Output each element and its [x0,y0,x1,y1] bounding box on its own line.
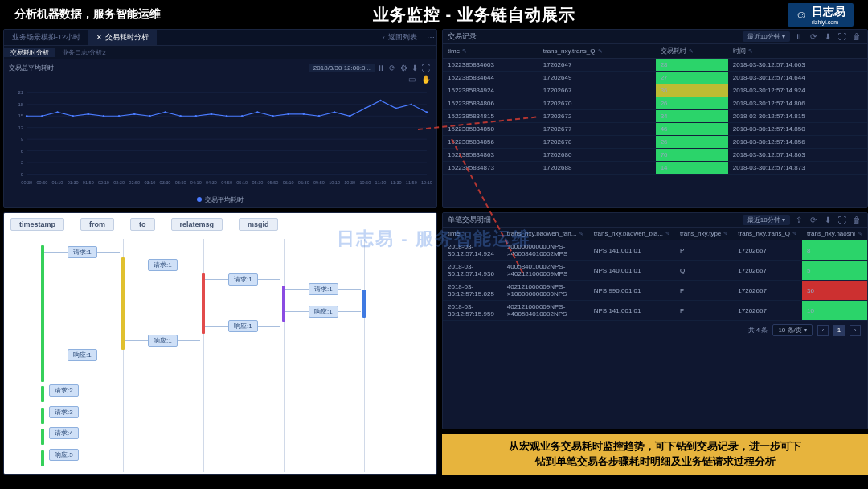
brand-logo[interactable]: ☺ 日志易 rizhiyi.com [788,3,854,27]
table-row[interactable]: 152238583485017202677 462018-03-30:12:57… [443,123,867,136]
records-title: 交易记录 [448,31,477,42]
flow-node[interactable]: 请求:1 [148,259,178,271]
table-row[interactable]: 152238583486317202680 762018-03-30:12:57… [443,149,867,162]
flow-node[interactable]: 响应:5 [49,449,79,461]
col-header[interactable]: time✎ [443,228,502,240]
pager-page[interactable]: 1 [833,325,845,336]
col-header[interactable]: trans_nxy.type✎ [675,228,733,240]
svg-point-26 [179,115,181,117]
col-header[interactable]: 时间✎ [728,44,867,59]
svg-point-16 [26,115,27,117]
pager-size-select[interactable]: 10 条/页 ▾ [772,324,813,336]
flow-node[interactable]: 响应:1 [309,306,338,318]
col-header[interactable]: trans_nxy.trans_Q✎ [733,228,802,240]
refresh-icon[interactable]: ⟳ [387,62,398,73]
download-icon[interactable]: ⬇ [409,62,420,73]
svg-text:18: 18 [18,102,23,107]
subtab-1[interactable]: 交易耗时分析 [4,48,55,57]
chart-tabs: 业务场景模拟-12小时 ✕交易耗时分析 ‹ 返回列表 ⋯ [4,30,436,46]
more-icon[interactable]: ⋯ [425,32,436,43]
line-chart[interactable]: 03691215182100:3000:5001:1001:3001:5002:… [9,83,432,195]
export-icon[interactable]: ⇪ [793,215,805,226]
col-header[interactable]: 交易耗时✎ [656,44,728,59]
tab-scenario[interactable]: 业务场景模拟-12小时 [4,30,88,45]
svg-point-36 [334,111,335,113]
table-row[interactable]: 152238583480617202670 262018-03-30:12:57… [443,97,867,110]
back-link[interactable]: ‹ 返回列表 [375,30,425,45]
records-range[interactable]: 最近10分钟 ▾ [743,31,790,42]
svg-point-31 [256,111,258,113]
table-row[interactable]: 152238583481517202672 342018-03-30:12:57… [443,110,867,123]
svg-point-38 [364,107,366,109]
flow-node[interactable]: 请求:4 [49,427,79,439]
legend-dot-icon [197,197,202,202]
table-row[interactable]: 152238583487317202688 142018-03-30:12:57… [443,162,867,175]
pager-next[interactable]: › [850,325,861,336]
close-icon[interactable]: ✕ [96,34,102,41]
flow-header: from [80,218,114,231]
pause-icon[interactable]: ⏸ [375,62,387,73]
col-header[interactable]: trans_nxy.baowen_fan...✎ [502,228,589,240]
col-header[interactable]: trans_nxy.baowen_bia...✎ [589,228,675,240]
delete-icon[interactable]: 🗑 [851,215,862,226]
page-header: 分析机器数据，服务智能运维 业务监控 - 业务链自动展示 ☺ 日志易 rizhi… [0,0,868,29]
table-row[interactable]: 2018-03-30:12:57:15.025402121000009NPS->… [443,281,867,301]
flow-node[interactable]: 请求:3 [49,406,79,418]
svg-text:05:10: 05:10 [236,180,248,185]
table-row[interactable]: 152238583460317202647 282018-03-30:12:57… [443,59,867,72]
svg-point-30 [241,115,243,117]
svg-text:04:50: 04:50 [221,180,232,185]
chart-legend: 交易平均耗时 [205,196,244,203]
table-row[interactable]: 152238583492417202667 362018-03-30:12:57… [443,84,867,97]
svg-text:06:30: 06:30 [298,180,309,185]
svg-text:01:50: 01:50 [83,180,94,185]
flow-node[interactable]: 请求:1 [228,273,258,286]
flow-diagram[interactable]: timestampfromtorelatemsgmsgid 请求:1请求:1请求… [4,213,436,474]
svg-point-42 [426,111,428,113]
chart-title: 交易总平均耗时 [9,64,54,72]
svg-text:00:30: 00:30 [21,180,32,185]
col-header[interactable]: time✎ [443,44,538,59]
refresh-icon[interactable]: ⟳ [808,31,819,43]
svg-point-34 [303,113,305,115]
col-header[interactable]: trans_nxy.trans_Q✎ [538,44,656,59]
table-row[interactable]: 152238583464417202649 272018-03-30:12:57… [443,72,867,84]
download-icon[interactable]: ⬇ [822,31,833,43]
chart-datetime[interactable]: 2018/3/30 12:00:0... [309,64,375,72]
detail-range[interactable]: 最近10分钟 ▾ [743,215,790,225]
flow-header: to [130,218,155,231]
flow-node[interactable]: 响应:1 [228,320,258,332]
table-row[interactable]: 2018-03-30:12:57:14.924100000000000NPS->… [443,240,867,261]
flow-node[interactable]: 请求:1 [68,246,97,258]
col-header[interactable]: trans_nxy.haoshi✎ [802,228,867,240]
flow-panel-wrap: timestampfromtorelatemsgmsgid 请求:1请求:1请求… [3,212,437,475]
flow-node[interactable]: 请求:1 [309,283,338,295]
brand-sub: rizhiyi.com [812,19,845,25]
fullscreen-icon[interactable]: ⛶ [837,215,848,226]
delete-icon[interactable]: 🗑 [851,31,862,43]
table-row[interactable]: 2018-03-30:12:57:14.936400584010002NPS->… [443,261,867,281]
caption-line-1: 从宏观业务交易耗时监控趋势，可下钻到交易记录，进一步可下 [450,439,860,454]
subtab-2[interactable]: 业务日志/分析2 [55,48,113,57]
page-title: 业务监控 - 业务链自动展示 [161,4,788,26]
pause-icon[interactable]: ⏸ [793,31,805,43]
svg-text:10:10: 10:10 [329,180,340,185]
svg-text:12:10: 12:10 [421,180,432,185]
svg-text:15: 15 [18,113,23,118]
table-row[interactable]: 152238583485617202678 262018-03-30:12:57… [443,136,867,149]
flow-node[interactable]: 请求:2 [49,384,79,397]
caption-line-2: 钻到单笔交易各步骤耗时明细及业务链请求过程分析 [450,454,860,470]
fullscreen-icon[interactable]: ⛶ [420,62,432,73]
flow-node[interactable]: 响应:1 [148,335,178,347]
settings-icon[interactable]: ⚙ [398,62,409,73]
fullscreen-icon[interactable]: ⛶ [837,31,848,43]
refresh-icon[interactable]: ⟳ [808,215,819,226]
download-icon[interactable]: ⬇ [822,215,833,226]
table-row[interactable]: 2018-03-30:12:57:15.959402121000009NPS->… [443,301,867,321]
pager-prev[interactable]: ‹ [817,325,829,336]
tab-latency[interactable]: ✕交易耗时分析 [88,30,157,45]
svg-text:03:10: 03:10 [144,180,155,185]
pager-total: 共 4 条 [748,326,768,335]
pager: 共 4 条 10 条/页 ▾ ‹ 1 › [443,321,867,339]
flow-node[interactable]: 响应:1 [68,349,97,361]
